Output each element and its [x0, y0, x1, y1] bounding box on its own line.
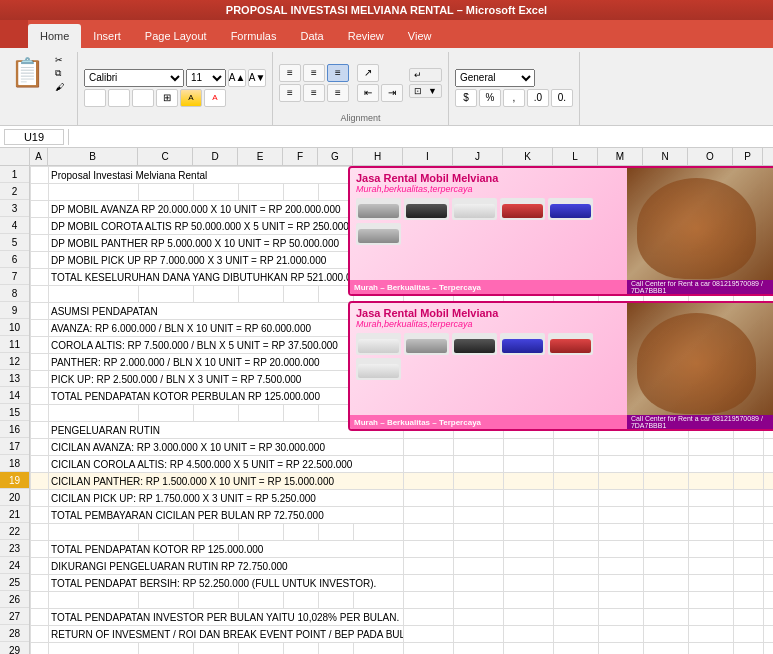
cell-J28[interactable]: [734, 626, 764, 643]
format-painter-button[interactable]: 🖌: [51, 81, 71, 93]
cell-E2[interactable]: [239, 184, 284, 201]
cell-L22[interactable]: [554, 524, 599, 541]
col-header-p[interactable]: P: [733, 148, 763, 165]
cell-B8[interactable]: [49, 286, 139, 303]
cell-E21[interactable]: [504, 507, 554, 524]
cell-I29[interactable]: [404, 643, 454, 655]
cell-K19[interactable]: [764, 473, 773, 490]
cell-I27[interactable]: [689, 609, 734, 626]
cell-F15[interactable]: [284, 405, 319, 422]
cell-B29[interactable]: [49, 643, 139, 655]
cell-H24[interactable]: [644, 558, 689, 575]
cell-A9[interactable]: [31, 303, 49, 320]
align-right[interactable]: ≡: [327, 84, 349, 102]
tab-review[interactable]: Review: [336, 24, 396, 48]
cell-G29[interactable]: [319, 643, 354, 655]
cell-E20[interactable]: [504, 490, 554, 507]
cell-E22[interactable]: [239, 524, 284, 541]
cell-D19[interactable]: [454, 473, 504, 490]
cell-F2[interactable]: [284, 184, 319, 201]
cell-M26[interactable]: [599, 592, 644, 609]
cell-C20[interactable]: [404, 490, 454, 507]
cell-A22[interactable]: [31, 524, 49, 541]
cell-O22[interactable]: [689, 524, 734, 541]
cell-E25[interactable]: [504, 575, 554, 592]
cell-K23[interactable]: [764, 541, 773, 558]
cell-Q22[interactable]: [764, 524, 773, 541]
cell-A23[interactable]: [31, 541, 49, 558]
number-format-select[interactable]: General: [455, 69, 535, 87]
cell-B25[interactable]: TOTAL PENDAPAT BERSIH: RP 52.250.000 (FU…: [49, 575, 404, 592]
cell-A7[interactable]: [31, 269, 49, 286]
col-header-j[interactable]: J: [453, 148, 503, 165]
cell-J26[interactable]: [454, 592, 504, 609]
cell-A18[interactable]: [31, 456, 49, 473]
underline-button[interactable]: [132, 89, 154, 107]
border-button[interactable]: ⊞: [156, 89, 178, 107]
cell-A6[interactable]: [31, 252, 49, 269]
merge-center-button[interactable]: ⊡ ▼: [409, 84, 442, 98]
cell-N26[interactable]: [644, 592, 689, 609]
cell-E24[interactable]: [504, 558, 554, 575]
cell-E26[interactable]: [239, 592, 284, 609]
cell-B24[interactable]: DIKURANGI PENGELUARAN RUTIN RP 72.750.00…: [49, 558, 404, 575]
row-num-20[interactable]: 20: [0, 489, 29, 506]
comma-button[interactable]: ,: [503, 89, 525, 107]
cell-J22[interactable]: [454, 524, 504, 541]
cell-E29[interactable]: [239, 643, 284, 655]
col-header-h[interactable]: H: [353, 148, 403, 165]
cell-B22[interactable]: [49, 524, 139, 541]
cell-A25[interactable]: [31, 575, 49, 592]
row-num-5[interactable]: 5: [0, 234, 29, 251]
merge-dropdown-icon[interactable]: ▼: [428, 86, 437, 96]
cell-K27[interactable]: [764, 609, 773, 626]
cell-H19[interactable]: [644, 473, 689, 490]
row-num-12[interactable]: 12: [0, 353, 29, 370]
tab-home[interactable]: Home: [28, 24, 81, 48]
cell-K18[interactable]: [764, 456, 773, 473]
indent-increase[interactable]: ⇥: [381, 84, 403, 102]
copy-button[interactable]: ⧉: [51, 67, 71, 80]
cell-A2[interactable]: [31, 184, 49, 201]
cell-K21[interactable]: [764, 507, 773, 524]
cell-H27[interactable]: [644, 609, 689, 626]
cell-G23[interactable]: [599, 541, 644, 558]
formula-input[interactable]: [85, 131, 769, 143]
increase-decimal[interactable]: .0: [527, 89, 549, 107]
cell-I17[interactable]: [689, 439, 734, 456]
cell-H25[interactable]: [644, 575, 689, 592]
cell-C2[interactable]: [139, 184, 194, 201]
cell-F26[interactable]: [284, 592, 319, 609]
cell-E28[interactable]: [504, 626, 554, 643]
cell-E17[interactable]: [504, 439, 554, 456]
cell-H29[interactable]: [354, 643, 404, 655]
cell-I18[interactable]: [689, 456, 734, 473]
cell-O29[interactable]: [689, 643, 734, 655]
col-header-q[interactable]: Q: [763, 148, 773, 165]
paste-button[interactable]: 📋: [6, 54, 49, 92]
cell-A13[interactable]: [31, 371, 49, 388]
row-num-27[interactable]: 27: [0, 608, 29, 625]
cell-B2[interactable]: [49, 184, 139, 201]
cell-C22[interactable]: [139, 524, 194, 541]
row-num-17[interactable]: 17: [0, 438, 29, 455]
cell-Q29[interactable]: [764, 643, 773, 655]
cell-B20[interactable]: CICILAN PICK UP: RP 1.750.000 X 3 UNIT =…: [49, 490, 404, 507]
cell-J21[interactable]: [734, 507, 764, 524]
cell-F23[interactable]: [554, 541, 599, 558]
cell-G22[interactable]: [319, 524, 354, 541]
row-num-19[interactable]: 19: [0, 472, 29, 489]
cell-F25[interactable]: [554, 575, 599, 592]
cell-O26[interactable]: [689, 592, 734, 609]
cell-B15[interactable]: [49, 405, 139, 422]
cell-F21[interactable]: [554, 507, 599, 524]
cell-J17[interactable]: [734, 439, 764, 456]
font-color-button[interactable]: A: [204, 89, 226, 107]
align-top-left[interactable]: ≡: [279, 64, 301, 82]
cell-I25[interactable]: [689, 575, 734, 592]
orientation-button[interactable]: ↗: [357, 64, 379, 82]
cell-E23[interactable]: [504, 541, 554, 558]
cell-I21[interactable]: [689, 507, 734, 524]
cell-C28[interactable]: [404, 626, 454, 643]
cell-reference-input[interactable]: [4, 129, 64, 145]
